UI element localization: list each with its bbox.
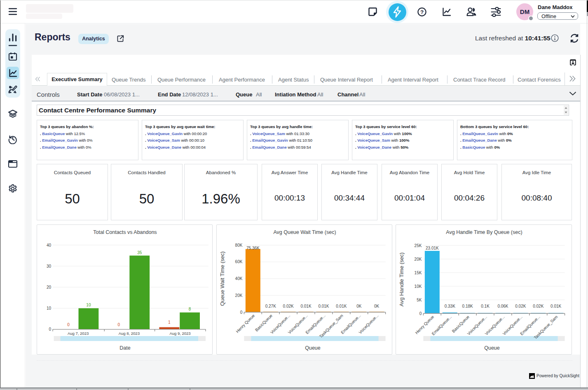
svg-text:60K: 60K [235, 259, 243, 264]
svg-text:0K: 0K [374, 304, 380, 308]
svg-text:0: 0 [419, 311, 422, 316]
svg-text:20K: 20K [235, 293, 243, 298]
svg-text:0.01K: 0.01K [318, 304, 329, 308]
svg-text:Henry Queue: Henry Queue [235, 313, 255, 334]
svg-text:10K: 10K [415, 284, 422, 289]
svg-text:0: 0 [49, 327, 51, 332]
svg-text:0: 0 [240, 310, 243, 315]
svg-text:35: 35 [137, 250, 142, 255]
svg-text:0.02K: 0.02K [515, 304, 526, 308]
svg-text:Avg Queue Wait Time (sec): Avg Queue Wait Time (sec) [273, 229, 336, 235]
svg-text:0.02K: 0.02K [533, 304, 543, 308]
svg-text:0.01K: 0.01K [551, 304, 561, 308]
svg-text:Avg Handle Time By Queue (sec): Avg Handle Time By Queue (sec) [446, 229, 522, 235]
svg-text:0.18K: 0.18K [462, 304, 473, 308]
svg-text:Avg Handle Time (sec): Avg Handle Time (sec) [398, 252, 405, 306]
svg-text:Queue Wait Time (sec): Queue Wait Time (sec) [219, 251, 225, 306]
svg-text:0.1K: 0.1K [481, 304, 490, 308]
svg-text:Queue: Queue [305, 345, 321, 351]
svg-text:0: 0 [67, 322, 70, 327]
svg-text:40K: 40K [235, 276, 243, 281]
svg-text:0.06K: 0.06K [497, 304, 508, 308]
svg-text:Aug 7, 2023: Aug 7, 2023 [68, 331, 89, 336]
svg-text:20K: 20K [415, 257, 422, 262]
svg-text:1: 1 [168, 320, 171, 325]
svg-text:75.36K: 75.36K [246, 246, 260, 250]
svg-text:5K: 5K [417, 298, 422, 302]
svg-text:10: 10 [86, 303, 91, 307]
svg-text:20: 20 [47, 285, 52, 290]
svg-text:80K: 80K [235, 243, 243, 248]
svg-text:0.01K: 0.01K [300, 304, 311, 308]
svg-text:0.27K: 0.27K [265, 304, 276, 308]
svg-text:40: 40 [47, 243, 52, 248]
svg-text:23.01K: 23.01K [426, 246, 439, 250]
svg-text:Date: Date [119, 345, 130, 351]
svg-text:15K: 15K [415, 271, 422, 275]
svg-text:Aug 9, 2023: Aug 9, 2023 [169, 331, 190, 336]
svg-text:BasicQueue: BasicQueue [254, 313, 274, 332]
svg-text:0: 0 [118, 322, 120, 327]
svg-text:0K: 0K [356, 304, 362, 308]
svg-text:30: 30 [47, 264, 52, 269]
svg-text:10: 10 [47, 306, 52, 311]
svg-text:Queue: Queue [484, 345, 500, 351]
svg-text:8: 8 [189, 307, 191, 311]
svg-text:0.02K: 0.02K [283, 304, 294, 308]
svg-text:?: ? [420, 9, 424, 15]
svg-text:0.01K: 0.01K [336, 304, 347, 308]
svg-text:Total Contacts vs Abandons: Total Contacts vs Abandons [93, 229, 157, 235]
svg-text:0.33K: 0.33K [445, 304, 455, 308]
svg-text:25K: 25K [415, 243, 422, 248]
svg-text:BasicQueue: BasicQueue [451, 314, 471, 334]
svg-text:Aug 8, 2023: Aug 8, 2023 [119, 331, 140, 336]
